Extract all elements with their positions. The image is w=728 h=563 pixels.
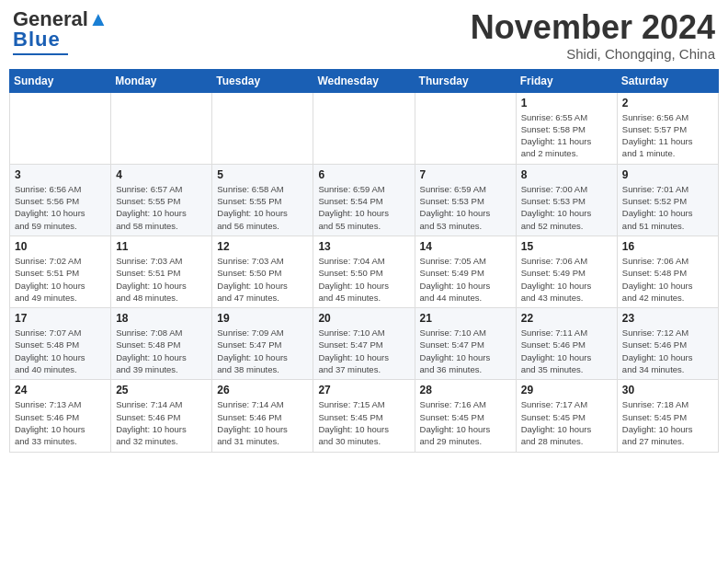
logo-text: General▲ bbox=[13, 9, 108, 29]
weekday-header-monday: Monday bbox=[111, 69, 212, 92]
calendar-cell: 23Sunrise: 7:12 AMSunset: 5:46 PMDayligh… bbox=[617, 308, 718, 380]
calendar-cell bbox=[212, 92, 313, 164]
calendar-cell: 11Sunrise: 7:03 AMSunset: 5:51 PMDayligh… bbox=[111, 236, 212, 307]
day-number: 21 bbox=[420, 312, 511, 325]
day-number: 7 bbox=[420, 168, 511, 181]
calendar-cell bbox=[111, 92, 212, 164]
day-info: Sunrise: 7:10 AMSunset: 5:47 PMDaylight:… bbox=[318, 327, 409, 375]
day-number: 6 bbox=[318, 168, 409, 181]
day-info: Sunrise: 7:18 AMSunset: 5:45 PMDaylight:… bbox=[622, 398, 713, 447]
day-info: Sunrise: 7:06 AMSunset: 5:48 PMDaylight:… bbox=[622, 255, 713, 304]
day-number: 12 bbox=[217, 240, 308, 253]
day-number: 30 bbox=[622, 384, 713, 396]
weekday-header-row: SundayMondayTuesdayWednesdayThursdayFrid… bbox=[10, 69, 719, 92]
calendar-cell: 8Sunrise: 7:00 AMSunset: 5:53 PMDaylight… bbox=[516, 164, 617, 236]
weekday-header-friday: Friday bbox=[516, 69, 617, 92]
day-number: 8 bbox=[521, 168, 612, 181]
calendar-cell bbox=[10, 92, 111, 164]
day-number: 13 bbox=[318, 240, 409, 253]
day-number: 29 bbox=[521, 384, 612, 396]
day-number: 10 bbox=[15, 240, 106, 253]
week-row-4: 17Sunrise: 7:07 AMSunset: 5:48 PMDayligh… bbox=[10, 308, 719, 380]
calendar-cell: 19Sunrise: 7:09 AMSunset: 5:47 PMDayligh… bbox=[212, 308, 313, 380]
calendar: SundayMondayTuesdayWednesdayThursdayFrid… bbox=[9, 69, 719, 453]
calendar-cell: 24Sunrise: 7:13 AMSunset: 5:46 PMDayligh… bbox=[10, 380, 111, 452]
week-row-3: 10Sunrise: 7:02 AMSunset: 5:51 PMDayligh… bbox=[10, 236, 719, 307]
weekday-header-thursday: Thursday bbox=[415, 69, 516, 92]
day-info: Sunrise: 7:15 AMSunset: 5:45 PMDaylight:… bbox=[318, 398, 409, 447]
calendar-cell bbox=[313, 92, 415, 164]
calendar-cell: 6Sunrise: 6:59 AMSunset: 5:54 PMDaylight… bbox=[313, 164, 415, 236]
calendar-cell: 12Sunrise: 7:03 AMSunset: 5:50 PMDayligh… bbox=[212, 236, 313, 307]
week-row-2: 3Sunrise: 6:56 AMSunset: 5:56 PMDaylight… bbox=[10, 164, 719, 236]
day-info: Sunrise: 6:55 AMSunset: 5:58 PMDaylight:… bbox=[521, 111, 612, 160]
day-info: Sunrise: 7:13 AMSunset: 5:46 PMDaylight:… bbox=[15, 398, 106, 447]
day-info: Sunrise: 7:12 AMSunset: 5:46 PMDaylight:… bbox=[622, 327, 713, 375]
calendar-cell: 1Sunrise: 6:55 AMSunset: 5:58 PMDaylight… bbox=[516, 92, 617, 164]
calendar-cell: 25Sunrise: 7:14 AMSunset: 5:46 PMDayligh… bbox=[111, 380, 212, 452]
day-info: Sunrise: 7:03 AMSunset: 5:50 PMDaylight:… bbox=[217, 255, 308, 304]
day-info: Sunrise: 7:01 AMSunset: 5:52 PMDaylight:… bbox=[622, 183, 713, 232]
day-number: 15 bbox=[521, 240, 612, 253]
calendar-cell: 17Sunrise: 7:07 AMSunset: 5:48 PMDayligh… bbox=[10, 308, 111, 380]
day-info: Sunrise: 7:05 AMSunset: 5:49 PMDaylight:… bbox=[420, 255, 511, 304]
calendar-cell: 9Sunrise: 7:01 AMSunset: 5:52 PMDaylight… bbox=[617, 164, 718, 236]
day-info: Sunrise: 7:00 AMSunset: 5:53 PMDaylight:… bbox=[521, 183, 612, 232]
calendar-cell: 14Sunrise: 7:05 AMSunset: 5:49 PMDayligh… bbox=[415, 236, 516, 307]
day-number: 2 bbox=[622, 97, 713, 109]
month-title: November 2024 bbox=[471, 9, 715, 46]
calendar-cell: 4Sunrise: 6:57 AMSunset: 5:55 PMDaylight… bbox=[111, 164, 212, 236]
day-info: Sunrise: 6:56 AMSunset: 5:57 PMDaylight:… bbox=[622, 111, 713, 160]
day-number: 22 bbox=[521, 312, 612, 325]
calendar-cell: 21Sunrise: 7:10 AMSunset: 5:47 PMDayligh… bbox=[415, 308, 516, 380]
weekday-header-saturday: Saturday bbox=[617, 69, 718, 92]
logo-blue: Blue bbox=[13, 28, 61, 52]
title-block: November 2024 Shidi, Chongqing, China bbox=[471, 9, 715, 62]
day-number: 1 bbox=[521, 97, 612, 109]
day-number: 9 bbox=[622, 168, 713, 181]
day-info: Sunrise: 6:57 AMSunset: 5:55 PMDaylight:… bbox=[116, 183, 207, 232]
day-info: Sunrise: 7:08 AMSunset: 5:48 PMDaylight:… bbox=[116, 327, 207, 375]
calendar-cell: 18Sunrise: 7:08 AMSunset: 5:48 PMDayligh… bbox=[111, 308, 212, 380]
day-number: 27 bbox=[318, 384, 409, 396]
day-number: 20 bbox=[318, 312, 409, 325]
day-info: Sunrise: 7:03 AMSunset: 5:51 PMDaylight:… bbox=[116, 255, 207, 304]
day-info: Sunrise: 6:59 AMSunset: 5:54 PMDaylight:… bbox=[318, 183, 409, 232]
calendar-cell: 28Sunrise: 7:16 AMSunset: 5:45 PMDayligh… bbox=[415, 380, 516, 452]
calendar-cell: 16Sunrise: 7:06 AMSunset: 5:48 PMDayligh… bbox=[617, 236, 718, 307]
day-info: Sunrise: 7:04 AMSunset: 5:50 PMDaylight:… bbox=[318, 255, 409, 304]
calendar-cell: 27Sunrise: 7:15 AMSunset: 5:45 PMDayligh… bbox=[313, 380, 415, 452]
day-number: 16 bbox=[622, 240, 713, 253]
day-number: 28 bbox=[420, 384, 511, 396]
day-info: Sunrise: 7:07 AMSunset: 5:48 PMDaylight:… bbox=[15, 327, 106, 375]
day-number: 19 bbox=[217, 312, 308, 325]
logo: General▲ Blue bbox=[13, 9, 108, 55]
day-info: Sunrise: 7:17 AMSunset: 5:45 PMDaylight:… bbox=[521, 398, 612, 447]
weekday-header-wednesday: Wednesday bbox=[313, 69, 415, 92]
calendar-cell: 10Sunrise: 7:02 AMSunset: 5:51 PMDayligh… bbox=[10, 236, 111, 307]
day-number: 17 bbox=[15, 312, 106, 325]
day-number: 11 bbox=[116, 240, 207, 253]
calendar-cell: 13Sunrise: 7:04 AMSunset: 5:50 PMDayligh… bbox=[313, 236, 415, 307]
day-info: Sunrise: 7:14 AMSunset: 5:46 PMDaylight:… bbox=[116, 398, 207, 447]
day-number: 4 bbox=[116, 168, 207, 181]
day-info: Sunrise: 6:56 AMSunset: 5:56 PMDaylight:… bbox=[15, 183, 106, 232]
day-number: 23 bbox=[622, 312, 713, 325]
calendar-cell: 7Sunrise: 6:59 AMSunset: 5:53 PMDaylight… bbox=[415, 164, 516, 236]
weekday-header-tuesday: Tuesday bbox=[212, 69, 313, 92]
day-number: 24 bbox=[15, 384, 106, 396]
location: Shidi, Chongqing, China bbox=[471, 46, 715, 62]
day-info: Sunrise: 7:02 AMSunset: 5:51 PMDaylight:… bbox=[15, 255, 106, 304]
day-info: Sunrise: 7:09 AMSunset: 5:47 PMDaylight:… bbox=[217, 327, 308, 375]
calendar-cell bbox=[415, 92, 516, 164]
calendar-cell: 26Sunrise: 7:14 AMSunset: 5:46 PMDayligh… bbox=[212, 380, 313, 452]
day-number: 18 bbox=[116, 312, 207, 325]
page-header: General▲ Blue November 2024 Shidi, Chong… bbox=[9, 9, 719, 62]
calendar-cell: 22Sunrise: 7:11 AMSunset: 5:46 PMDayligh… bbox=[516, 308, 617, 380]
day-number: 3 bbox=[15, 168, 106, 181]
day-info: Sunrise: 7:06 AMSunset: 5:49 PMDaylight:… bbox=[521, 255, 612, 304]
week-row-1: 1Sunrise: 6:55 AMSunset: 5:58 PMDaylight… bbox=[10, 92, 719, 164]
logo-line bbox=[13, 53, 68, 55]
calendar-cell: 2Sunrise: 6:56 AMSunset: 5:57 PMDaylight… bbox=[617, 92, 718, 164]
day-info: Sunrise: 7:16 AMSunset: 5:45 PMDaylight:… bbox=[420, 398, 511, 447]
